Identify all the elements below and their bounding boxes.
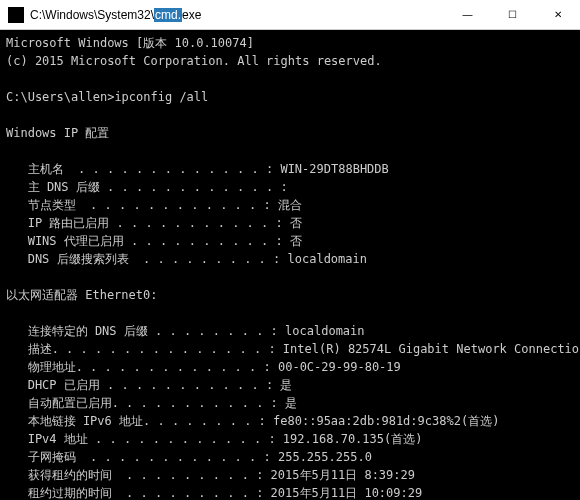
config-row: 租约过期的时间 . . . . . . . . . : 2015年5月11日 1… bbox=[6, 486, 422, 500]
config-row: 子网掩码 . . . . . . . . . . . . : 255.255.2… bbox=[6, 450, 372, 464]
config-row: 主机名 . . . . . . . . . . . . . : WIN-29DT… bbox=[6, 162, 389, 176]
window-title-bar: C:\Windows\System32\cmd.exe — ☐ ✕ bbox=[0, 0, 580, 30]
config-row: 自动配置已启用. . . . . . . . . . . : 是 bbox=[6, 396, 297, 410]
prompt-command: ipconfig /all bbox=[114, 90, 208, 104]
config-row: 本地链接 IPv6 地址. . . . . . . . : fe80::95aa… bbox=[6, 414, 499, 428]
header-line1: Microsoft Windows [版本 10.0.10074] bbox=[6, 36, 254, 50]
config-row: 主 DNS 后缀 . . . . . . . . . . . . : bbox=[6, 180, 288, 194]
config-row: IP 路由已启用 . . . . . . . . . . . : 否 bbox=[6, 216, 302, 230]
minimize-button[interactable]: — bbox=[445, 0, 490, 29]
title-left: C:\Windows\System32\cmd.exe bbox=[0, 7, 201, 23]
cmd-icon bbox=[8, 7, 24, 23]
prompt-cwd: C:\Users\allen> bbox=[6, 90, 114, 104]
global-config-rows: 主机名 . . . . . . . . . . . . . : WIN-29DT… bbox=[6, 160, 574, 268]
config-row: 节点类型 . . . . . . . . . . . . : 混合 bbox=[6, 198, 302, 212]
adapter-config-rows: 连接特定的 DNS 后缀 . . . . . . . . : localdoma… bbox=[6, 322, 574, 500]
header-line2: (c) 2015 Microsoft Corporation. All righ… bbox=[6, 54, 382, 68]
window-title: C:\Windows\System32\cmd.exe bbox=[30, 8, 201, 22]
config-row: 描述. . . . . . . . . . . . . . . : Intel(… bbox=[6, 342, 580, 356]
title-highlight: cmd. bbox=[154, 8, 182, 22]
title-prefix: C:\Windows\System32\ bbox=[30, 8, 154, 22]
close-button[interactable]: ✕ bbox=[535, 0, 580, 29]
title-suffix: exe bbox=[182, 8, 201, 22]
ip-config-header: Windows IP 配置 bbox=[6, 126, 109, 140]
config-row: WINS 代理已启用 . . . . . . . . . . : 否 bbox=[6, 234, 302, 248]
config-row: 连接特定的 DNS 后缀 . . . . . . . . : localdoma… bbox=[6, 324, 365, 338]
adapter-header: 以太网适配器 Ethernet0: bbox=[6, 288, 157, 302]
config-row: DNS 后缀搜索列表 . . . . . . . . . : localdoma… bbox=[6, 252, 367, 266]
window-controls: — ☐ ✕ bbox=[445, 0, 580, 29]
terminal-output[interactable]: Microsoft Windows [版本 10.0.10074] (c) 20… bbox=[0, 30, 580, 500]
config-row: 物理地址. . . . . . . . . . . . . : 00-0C-29… bbox=[6, 360, 401, 374]
config-row: DHCP 已启用 . . . . . . . . . . . : 是 bbox=[6, 378, 292, 392]
config-row: 获得租约的时间 . . . . . . . . . : 2015年5月11日 8… bbox=[6, 468, 415, 482]
maximize-button[interactable]: ☐ bbox=[490, 0, 535, 29]
config-row: IPv4 地址 . . . . . . . . . . . . : 192.16… bbox=[6, 432, 422, 446]
